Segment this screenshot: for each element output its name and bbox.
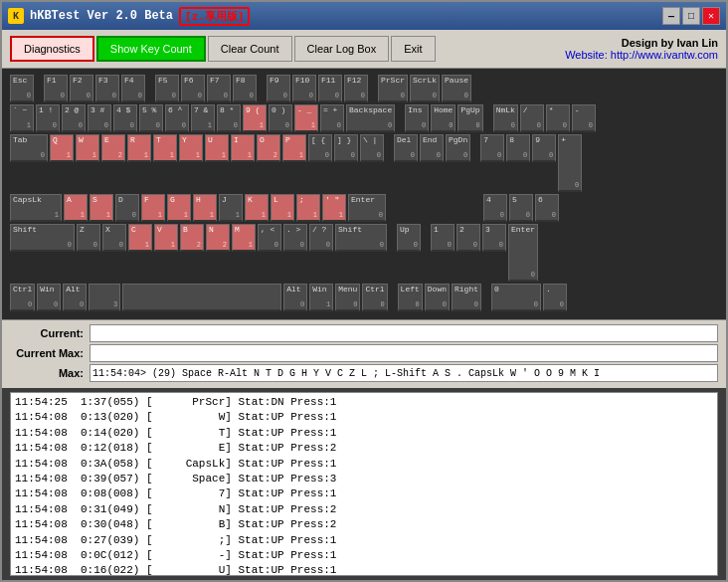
key-menu[interactable]: Menu0 [335,284,360,311]
key-1[interactable]: 1 !0 [36,104,60,132]
key-num4[interactable]: 40 [483,194,507,222]
key-5[interactable]: 5 %0 [139,104,163,132]
key-h[interactable]: H1 [193,194,217,222]
key-num-minus[interactable]: -0 [572,104,596,132]
key-prtsc[interactable]: PrScr0 [378,75,408,102]
close-button[interactable]: ✕ [702,7,720,25]
key-del[interactable]: Del0 [394,134,418,162]
key-a[interactable]: A1 [64,194,88,222]
key-e[interactable]: E2 [101,134,125,162]
key-f11[interactable]: F110 [318,75,342,102]
maximize-button[interactable]: □ [682,7,700,25]
key-u[interactable]: U1 [205,134,229,162]
key-unknown[interactable]: 3 [89,284,120,311]
key-j[interactable]: J1 [219,194,243,222]
key-3[interactable]: 3 #0 [88,104,111,132]
key-f12[interactable]: F120 [344,75,368,102]
key-num-slash[interactable]: /0 [520,104,544,132]
clear-count-button[interactable]: Clear Count [208,36,292,62]
key-left[interactable]: Left0 [398,284,423,311]
key-w[interactable]: W1 [76,134,99,162]
key-d[interactable]: D0 [115,194,139,222]
key-slash[interactable]: / ?0 [309,224,333,252]
key-f1[interactable]: F10 [44,75,68,102]
key-rwin[interactable]: Win1 [309,284,333,311]
key-4[interactable]: 4 $0 [113,104,137,132]
website-link[interactable]: Website: http://www.ivantw.com [565,49,718,61]
key-enter[interactable]: Enter0 [348,194,386,222]
key-ralt[interactable]: Alt0 [283,284,307,311]
key-b[interactable]: B2 [180,224,204,252]
key-i[interactable]: I1 [231,134,255,162]
clear-log-button[interactable]: Clear Log Box [294,36,390,62]
key-f9[interactable]: F90 [267,75,290,102]
key-num2[interactable]: 20 [456,224,480,252]
key-f4[interactable]: F40 [121,75,145,102]
key-pgup[interactable]: PgUp0 [457,104,482,132]
key-end[interactable]: End0 [420,134,444,162]
key-rshift[interactable]: Shift0 [335,224,387,252]
key-l[interactable]: L1 [271,194,294,222]
key-f[interactable]: F1 [141,194,165,222]
key-lalt[interactable]: Alt0 [63,284,87,311]
key-num0[interactable]: 00 [491,284,541,311]
key-minus[interactable]: - _1 [294,104,318,132]
key-backslash[interactable]: \ |0 [360,134,384,162]
key-up[interactable]: Up0 [397,224,421,252]
key-k[interactable]: K1 [245,194,269,222]
diagnostics-button[interactable]: Diagnostics [10,36,94,62]
key-8[interactable]: 8 *0 [217,104,241,132]
key-ins[interactable]: Ins0 [405,104,429,132]
key-pause[interactable]: Pause0 [442,75,471,102]
key-rbracket[interactable]: ] }0 [334,134,358,162]
key-comma[interactable]: , <0 [258,224,281,252]
log-area[interactable]: 11:54:25 1:37(055) [ PrScr] Stat:DN Pres… [10,392,718,576]
key-num-plus[interactable]: +0 [558,134,582,192]
current-max-value[interactable] [90,344,718,362]
key-q[interactable]: Q1 [50,134,74,162]
key-6[interactable]: 6 ^0 [165,104,189,132]
key-num-dot[interactable]: .0 [543,284,567,311]
key-f2[interactable]: F20 [70,75,93,102]
key-num5[interactable]: 50 [509,194,533,222]
key-backtick[interactable]: ` ~1 [10,104,34,132]
key-backspace[interactable]: Backspace0 [346,104,395,132]
key-lshift[interactable]: Shift0 [10,224,75,252]
key-rctrl[interactable]: Ctrl0 [362,284,387,311]
key-semicolon[interactable]: ;1 [296,194,320,222]
exit-button[interactable]: Exit [391,36,435,62]
key-t[interactable]: T1 [153,134,177,162]
key-lbracket[interactable]: [ {0 [308,134,332,162]
key-c[interactable]: C1 [128,224,152,252]
key-home[interactable]: Home0 [431,104,455,132]
key-0[interactable]: 0 )0 [269,104,292,132]
key-f3[interactable]: F30 [95,75,119,102]
key-9[interactable]: 9 (1 [243,104,267,132]
key-v[interactable]: V1 [154,224,178,252]
key-z[interactable]: Z0 [77,224,100,252]
key-num-star[interactable]: *0 [546,104,570,132]
key-f8[interactable]: F80 [233,75,257,102]
key-capslock[interactable]: CapsLk1 [10,194,62,222]
key-num9[interactable]: 90 [532,134,556,162]
key-equals[interactable]: = +0 [320,104,344,132]
key-lwin[interactable]: Win0 [37,284,61,311]
key-lctrl[interactable]: Ctrl0 [10,284,35,311]
key-num-lk[interactable]: NmLk0 [493,104,518,132]
max-value[interactable] [90,364,718,382]
key-7[interactable]: 7 &1 [191,104,215,132]
key-g[interactable]: G1 [167,194,191,222]
minimize-button[interactable]: — [662,7,680,25]
key-num3[interactable]: 30 [482,224,506,252]
key-tab[interactable]: Tab0 [10,134,48,162]
key-down[interactable]: Down0 [425,284,450,311]
key-x[interactable]: X0 [102,224,126,252]
key-n[interactable]: N2 [206,224,230,252]
key-pgdn[interactable]: PgDn0 [446,134,470,162]
key-num1[interactable]: 10 [431,224,455,252]
key-num7[interactable]: 70 [480,134,504,162]
key-quote[interactable]: ' "1 [322,194,346,222]
key-s[interactable]: S1 [90,194,113,222]
key-num6[interactable]: 60 [535,194,559,222]
key-right[interactable]: Right0 [452,284,481,311]
